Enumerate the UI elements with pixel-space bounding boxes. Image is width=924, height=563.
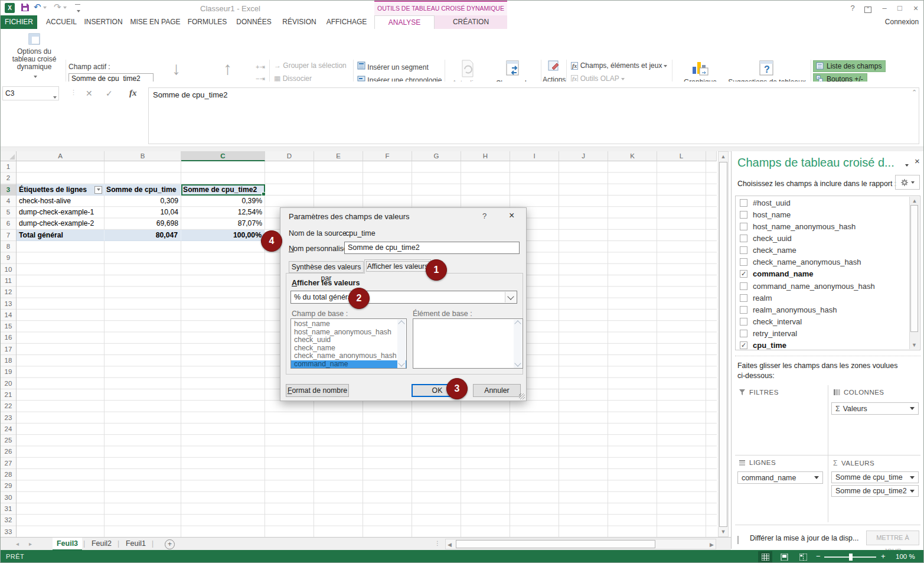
row-header[interactable]: 24 xyxy=(1,424,16,435)
column-header-b[interactable]: B xyxy=(105,151,181,161)
scroll-left-icon[interactable]: ◀ xyxy=(448,542,452,548)
tab-insertion[interactable]: INSERTION xyxy=(82,15,125,29)
sheet-tab-feuil2[interactable]: Feuil2 xyxy=(87,538,116,551)
column-header-j[interactable]: J xyxy=(559,151,608,161)
undo-icon[interactable]: ↶ xyxy=(34,2,47,12)
fill-handle[interactable] xyxy=(262,192,266,196)
help-button[interactable]: ? xyxy=(845,4,860,12)
pane-close-icon[interactable]: × xyxy=(915,156,920,166)
row-header[interactable]: 25 xyxy=(1,435,16,446)
tab-show-values-as[interactable]: Afficher les valeurs xyxy=(364,259,431,274)
field-list-item[interactable]: ✓ cpu_time xyxy=(736,340,920,350)
rows-pill-command-name[interactable]: command_name xyxy=(737,471,823,484)
defer-update-checkbox[interactable] xyxy=(737,534,739,545)
column-header-i[interactable]: I xyxy=(510,151,559,161)
scroll-up-icon[interactable]: ▲ xyxy=(719,154,728,160)
field-list-item[interactable]: ✓ host_name xyxy=(736,209,920,220)
pivot-row[interactable]: dump-check-example-2 69,698 87,07% xyxy=(17,218,265,229)
scroll-down-icon[interactable]: ▼ xyxy=(719,529,728,535)
sheet-tab-feuil3[interactable]: Feuil3 xyxy=(53,538,82,551)
zoom-out-icon[interactable]: − xyxy=(816,552,821,561)
column-header-h[interactable]: H xyxy=(461,151,510,161)
field-checkbox[interactable]: ✓ xyxy=(740,270,747,278)
pivot-row[interactable]: dump-check-example-1 10,04 12,54% xyxy=(17,207,265,218)
column-header-d[interactable]: D xyxy=(265,151,314,161)
field-list-item[interactable]: ✓ #host_uuid xyxy=(736,197,920,209)
field-list-item[interactable]: ✓ host_name_anonymous_hash xyxy=(736,220,920,232)
view-page-layout-icon[interactable] xyxy=(777,551,791,562)
fields-items-sets-button[interactable]: fx Champs, éléments et jeux xyxy=(571,61,667,70)
pivot-total-cpu-time2[interactable]: 100,00% xyxy=(181,230,265,241)
tab-donnees[interactable]: DONNÉES xyxy=(232,15,276,29)
sheet-nav-right-icon[interactable]: ▸ xyxy=(29,541,32,547)
row-header[interactable]: 32 xyxy=(1,515,16,526)
row-header[interactable]: 29 xyxy=(1,480,16,492)
field-list[interactable]: ▲ ▼ ✓ #host_uuid ✓ host_name ✓ host_name… xyxy=(735,196,920,350)
list-scroll-down-icon[interactable] xyxy=(398,360,404,366)
field-checkbox[interactable]: ✓ xyxy=(740,341,747,349)
new-sheet-icon[interactable]: + xyxy=(165,539,175,549)
field-list-item[interactable]: ✓ check_uuid xyxy=(736,232,920,244)
row-header[interactable]: 15 xyxy=(1,321,16,332)
pivot-options-button[interactable]: Options du tableau croisé dynamique xyxy=(5,32,63,82)
tab-analyse[interactable]: ANALYSE xyxy=(374,15,435,29)
view-page-break-icon[interactable] xyxy=(796,551,810,562)
field-checkbox[interactable]: ✓ xyxy=(740,258,747,266)
base-field-option[interactable]: check_uuid xyxy=(291,336,406,344)
row-header[interactable]: 26 xyxy=(1,446,16,457)
row-header[interactable]: 10 xyxy=(1,264,16,275)
row-headers[interactable]: 1234567891011121314151617181920212223242… xyxy=(1,161,17,538)
dropdown-button[interactable] xyxy=(505,292,516,302)
insert-slicer-button[interactable]: Insérer un segment xyxy=(357,61,429,71)
field-checkbox[interactable]: ✓ xyxy=(740,294,747,302)
field-checkbox[interactable]: ✓ xyxy=(740,282,747,290)
fields-scroll-thumb[interactable] xyxy=(910,205,918,332)
row-header[interactable]: 5 xyxy=(1,207,16,218)
pill-dropdown-icon[interactable] xyxy=(814,476,819,479)
row-header[interactable]: 16 xyxy=(1,332,16,343)
field-checkbox[interactable]: ✓ xyxy=(740,246,747,254)
vertical-scroll-thumb[interactable] xyxy=(719,162,727,527)
field-list-toggle[interactable]: Liste des champs xyxy=(813,60,886,72)
item-scroll-down-icon[interactable] xyxy=(514,360,521,366)
name-box[interactable]: C3 xyxy=(2,86,59,100)
expand-field-icon[interactable]: +⇥ xyxy=(256,63,265,71)
row-header[interactable]: 3 xyxy=(1,184,16,196)
number-format-button[interactable]: Format de nombre xyxy=(286,384,349,397)
dialog-resize-grip[interactable] xyxy=(519,393,525,399)
pivot-header-row-labels[interactable]: Étiquettes de lignes xyxy=(17,184,105,196)
values-pill-cpu-time2[interactable]: Somme de cpu_time2 xyxy=(831,485,919,497)
vertical-scrollbar[interactable]: ▲ ▼ xyxy=(718,151,729,537)
pivot-row[interactable]: check-host-alive 0,309 0,39% xyxy=(17,196,265,207)
row-header[interactable]: 21 xyxy=(1,389,16,401)
field-list-item[interactable]: ✓ command_name_anonymous_hash xyxy=(736,280,920,292)
pane-tools-button[interactable] xyxy=(895,175,920,190)
tab-mise-en-page[interactable]: MISE EN PAGE xyxy=(128,15,182,29)
field-list-item[interactable]: ✓ command_name xyxy=(736,268,920,280)
row-header[interactable]: 6 xyxy=(1,218,16,229)
cancel-formula-icon[interactable]: ✕ xyxy=(86,89,93,98)
row-header[interactable]: 23 xyxy=(1,412,16,424)
row-header[interactable]: 28 xyxy=(1,469,16,480)
enter-formula-icon[interactable]: ✓ xyxy=(106,89,113,98)
field-checkbox[interactable]: ✓ xyxy=(740,199,747,207)
sheet-tab-feuil1[interactable]: Feuil1 xyxy=(121,538,151,551)
field-checkbox[interactable]: ✓ xyxy=(740,318,747,326)
column-header-l[interactable]: L xyxy=(657,151,706,161)
field-checkbox[interactable]: ✓ xyxy=(740,211,747,219)
row-header[interactable]: 11 xyxy=(1,275,16,287)
row-header[interactable]: 31 xyxy=(1,503,16,515)
minimize-button[interactable]: – xyxy=(877,4,892,12)
row-header[interactable]: 2 xyxy=(1,173,16,184)
pivot-total-label[interactable]: Total général xyxy=(17,230,105,241)
column-header-c[interactable]: C xyxy=(181,151,265,161)
row-header[interactable]: 14 xyxy=(1,310,16,321)
field-checkbox[interactable]: ✓ xyxy=(740,330,747,337)
field-checkbox[interactable]: ✓ xyxy=(740,223,747,230)
tab-revision[interactable]: RÉVISION xyxy=(278,15,321,29)
row-header[interactable]: 20 xyxy=(1,378,16,389)
tab-creation[interactable]: CRÉATION xyxy=(435,15,507,29)
tab-summarize-values[interactable]: Synthèse des valeurs par xyxy=(289,261,364,273)
field-checkbox[interactable]: ✓ xyxy=(740,235,747,242)
field-list-item[interactable]: ✓ realm xyxy=(736,292,920,304)
